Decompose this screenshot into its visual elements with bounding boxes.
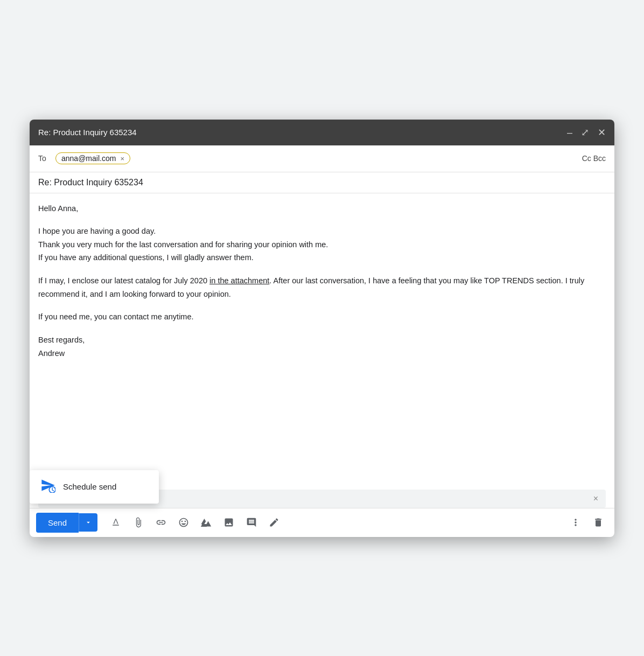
paragraph4: If you need me, you can contact me anyti… bbox=[38, 310, 606, 324]
minimize-button[interactable]: – bbox=[567, 128, 572, 137]
body-area[interactable]: Hello Anna, I hope you are having a good… bbox=[30, 193, 614, 490]
signature-button[interactable] bbox=[264, 514, 284, 531]
google-drive-button[interactable] bbox=[197, 514, 216, 531]
to-label: To bbox=[38, 154, 49, 163]
title-bar: Re: Product Inquiry 635234 – ⤢ ✕ bbox=[30, 120, 614, 145]
paragraph1: I hope you are having a good day. Thank … bbox=[38, 225, 606, 264]
more-options-button[interactable] bbox=[566, 514, 585, 531]
send-dropdown-button[interactable] bbox=[79, 513, 97, 532]
compose-window: Re: Product Inquiry 635234 – ⤢ ✕ To anna… bbox=[30, 120, 614, 537]
subject-row: Re: Product Inquiry 635234 bbox=[30, 172, 614, 193]
remove-attachment-button[interactable]: × bbox=[593, 494, 598, 504]
remove-recipient-button[interactable]: × bbox=[120, 155, 124, 163]
recipient-chip[interactable]: anna@mail.com × bbox=[55, 152, 130, 164]
title-bar-controls: – ⤢ ✕ bbox=[567, 128, 606, 137]
to-row: To anna@mail.com × Cc Bcc bbox=[30, 145, 614, 172]
insert-photo-button[interactable] bbox=[219, 514, 239, 531]
schedule-send-label: Schedule send bbox=[63, 482, 116, 491]
toolbar: Schedule send Send bbox=[30, 508, 614, 537]
recipient-email: anna@mail.com bbox=[61, 154, 116, 163]
insert-link-button[interactable] bbox=[151, 514, 171, 531]
attach-file-button[interactable] bbox=[129, 514, 148, 531]
email-body: Hello Anna, I hope you are having a good… bbox=[38, 202, 606, 360]
restore-button[interactable]: ⤢ bbox=[581, 128, 589, 137]
greeting: Hello Anna, bbox=[38, 202, 606, 215]
attachment-link[interactable]: in the attachment bbox=[209, 276, 269, 285]
format-text-button[interactable] bbox=[106, 514, 125, 531]
signature-name: Andrew bbox=[38, 349, 65, 358]
send-button[interactable]: Send bbox=[36, 513, 79, 533]
insert-emoji-button[interactable] bbox=[174, 514, 193, 531]
send-button-group: Send bbox=[36, 513, 97, 533]
schedule-send-tooltip[interactable]: Schedule send bbox=[30, 470, 159, 504]
scheduled-send-button[interactable] bbox=[242, 514, 261, 531]
close-button[interactable]: ✕ bbox=[598, 128, 606, 137]
paragraph3: If I may, I enclose our latest catalog f… bbox=[38, 274, 606, 301]
cc-bcc-button[interactable]: Cc Bcc bbox=[582, 154, 606, 163]
schedule-send-icon bbox=[40, 478, 55, 496]
closing: Best regards, Andrew bbox=[38, 333, 606, 360]
discard-button[interactable] bbox=[589, 514, 608, 531]
subject-field[interactable]: Re: Product Inquiry 635234 bbox=[38, 178, 143, 187]
window-title: Re: Product Inquiry 635234 bbox=[38, 128, 137, 137]
